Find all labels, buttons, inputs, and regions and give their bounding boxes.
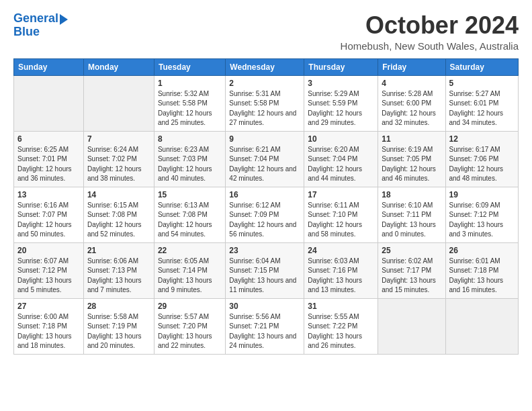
col-sunday: Sunday — [14, 58, 84, 75]
daylight-text: Daylight: 13 hours and 18 minutes. — [17, 332, 72, 350]
sunset-text: Sunset: 7:16 PM — [308, 267, 357, 274]
daylight-text: Daylight: 13 hours and 11 minutes. — [229, 277, 296, 294]
day-number: 24 — [308, 246, 374, 255]
sunset-text: Sunset: 7:12 PM — [449, 211, 499, 218]
title-block: October 2024 Homebush, New South Wales, … — [341, 12, 519, 52]
daylight-text: Daylight: 12 hours and 34 minutes. — [449, 109, 504, 127]
cell-info: Sunrise: 5:58 AM Sunset: 7:19 PM Dayligh… — [87, 312, 150, 351]
day-number: 19 — [449, 190, 515, 199]
calendar-cell: 21 Sunrise: 6:06 AM Sunset: 7:13 PM Dayl… — [83, 242, 154, 298]
calendar-cell: 18 Sunrise: 6:10 AM Sunset: 7:11 PM Dayl… — [378, 187, 445, 242]
cell-info: Sunrise: 6:20 AM Sunset: 7:04 PM Dayligh… — [308, 145, 374, 184]
main-title: October 2024 — [341, 12, 519, 39]
cell-info: Sunrise: 5:55 AM Sunset: 7:22 PM Dayligh… — [308, 312, 374, 351]
day-number: 1 — [158, 79, 222, 88]
cell-info: Sunrise: 6:16 AM Sunset: 7:07 PM Dayligh… — [17, 201, 80, 240]
sunset-text: Sunset: 7:22 PM — [308, 322, 357, 330]
day-number: 14 — [87, 190, 150, 199]
calendar-cell: 19 Sunrise: 6:09 AM Sunset: 7:12 PM Dayl… — [445, 187, 519, 242]
daylight-text: Daylight: 12 hours and 48 minutes. — [449, 165, 504, 183]
calendar-cell — [83, 75, 154, 131]
cell-info: Sunrise: 6:04 AM Sunset: 7:15 PM Dayligh… — [229, 257, 300, 295]
daylight-text: Daylight: 12 hours and 36 minutes. — [17, 165, 72, 183]
sunrise-text: Sunrise: 6:20 AM — [308, 146, 359, 153]
col-tuesday: Tuesday — [154, 58, 225, 75]
col-saturday: Saturday — [445, 58, 519, 75]
day-number: 3 — [308, 79, 374, 88]
sunrise-text: Sunrise: 6:04 AM — [229, 257, 280, 265]
day-number: 16 — [229, 190, 300, 199]
daylight-text: Daylight: 12 hours and 50 minutes. — [17, 221, 72, 238]
sunset-text: Sunset: 7:08 PM — [158, 211, 208, 218]
sunset-text: Sunset: 7:20 PM — [158, 322, 208, 330]
calendar-cell: 29 Sunrise: 5:57 AM Sunset: 7:20 PM Dayl… — [154, 298, 225, 354]
calendar-cell: 28 Sunrise: 5:58 AM Sunset: 7:19 PM Dayl… — [83, 298, 154, 354]
calendar-cell: 15 Sunrise: 6:13 AM Sunset: 7:08 PM Dayl… — [154, 187, 225, 242]
cell-info: Sunrise: 6:24 AM Sunset: 7:02 PM Dayligh… — [87, 145, 150, 184]
week-row-5: 27 Sunrise: 6:00 AM Sunset: 7:18 PM Dayl… — [14, 298, 519, 354]
daylight-text: Daylight: 13 hours and 15 minutes. — [382, 277, 436, 294]
sunrise-text: Sunrise: 5:56 AM — [229, 313, 280, 320]
sunrise-text: Sunrise: 5:58 AM — [87, 313, 138, 320]
calendar-cell: 11 Sunrise: 6:19 AM Sunset: 7:05 PM Dayl… — [378, 131, 445, 187]
sunset-text: Sunset: 6:00 PM — [382, 99, 431, 107]
sunset-text: Sunset: 7:02 PM — [87, 155, 137, 163]
calendar-cell: 13 Sunrise: 6:16 AM Sunset: 7:07 PM Dayl… — [14, 187, 84, 242]
day-number: 15 — [158, 190, 222, 199]
cell-info: Sunrise: 5:56 AM Sunset: 7:21 PM Dayligh… — [229, 312, 300, 351]
sunrise-text: Sunrise: 6:02 AM — [382, 257, 433, 265]
sunrise-text: Sunrise: 6:17 AM — [449, 146, 500, 153]
sunrise-text: Sunrise: 5:29 AM — [308, 90, 359, 97]
cell-info: Sunrise: 6:09 AM Sunset: 7:12 PM Dayligh… — [449, 201, 515, 240]
calendar-cell: 17 Sunrise: 6:11 AM Sunset: 7:10 PM Dayl… — [304, 187, 378, 242]
daylight-text: Daylight: 12 hours and 40 minutes. — [158, 165, 212, 183]
daylight-text: Daylight: 12 hours and 54 minutes. — [158, 221, 212, 238]
sunset-text: Sunset: 6:01 PM — [449, 99, 499, 107]
day-number: 9 — [229, 134, 300, 144]
sunrise-text: Sunrise: 6:24 AM — [87, 146, 138, 153]
daylight-text: Daylight: 13 hours and 16 minutes. — [449, 277, 504, 294]
sunset-text: Sunset: 7:05 PM — [382, 155, 431, 163]
day-number: 6 — [17, 134, 80, 144]
calendar-cell: 26 Sunrise: 6:01 AM Sunset: 7:18 PM Dayl… — [445, 242, 519, 298]
sunrise-text: Sunrise: 6:05 AM — [158, 257, 209, 265]
calendar-cell: 4 Sunrise: 5:28 AM Sunset: 6:00 PM Dayli… — [378, 75, 445, 131]
sunset-text: Sunset: 7:14 PM — [158, 267, 208, 274]
sunset-text: Sunset: 7:10 PM — [308, 211, 357, 218]
cell-info: Sunrise: 6:25 AM Sunset: 7:01 PM Dayligh… — [17, 145, 80, 184]
day-number: 20 — [17, 246, 80, 255]
sunrise-text: Sunrise: 6:25 AM — [17, 146, 69, 153]
sunrise-text: Sunrise: 5:27 AM — [449, 90, 500, 97]
cell-info: Sunrise: 6:01 AM Sunset: 7:18 PM Dayligh… — [449, 257, 515, 295]
daylight-text: Daylight: 12 hours and 42 minutes. — [229, 165, 296, 183]
sunrise-text: Sunrise: 6:19 AM — [382, 146, 433, 153]
calendar-cell: 14 Sunrise: 6:15 AM Sunset: 7:08 PM Dayl… — [83, 187, 154, 242]
col-monday: Monday — [83, 58, 154, 75]
day-number: 25 — [382, 246, 441, 255]
daylight-text: Daylight: 13 hours and 22 minutes. — [158, 332, 212, 350]
sunrise-text: Sunrise: 6:10 AM — [382, 201, 433, 209]
sunset-text: Sunset: 7:03 PM — [158, 155, 208, 163]
sunset-text: Sunset: 7:12 PM — [17, 267, 67, 274]
calendar-cell: 3 Sunrise: 5:29 AM Sunset: 5:59 PM Dayli… — [304, 75, 378, 131]
cell-info: Sunrise: 6:00 AM Sunset: 7:18 PM Dayligh… — [17, 312, 80, 351]
calendar-cell: 23 Sunrise: 6:04 AM Sunset: 7:15 PM Dayl… — [226, 242, 304, 298]
day-number: 23 — [229, 246, 300, 255]
daylight-text: Daylight: 13 hours and 24 minutes. — [229, 332, 296, 350]
daylight-text: Daylight: 12 hours and 27 minutes. — [229, 109, 296, 127]
calendar-cell: 8 Sunrise: 6:23 AM Sunset: 7:03 PM Dayli… — [154, 131, 225, 187]
week-row-4: 20 Sunrise: 6:07 AM Sunset: 7:12 PM Dayl… — [14, 242, 519, 298]
logo: General Blue — [13, 12, 68, 39]
cell-info: Sunrise: 6:12 AM Sunset: 7:09 PM Dayligh… — [229, 201, 300, 240]
calendar-cell: 16 Sunrise: 6:12 AM Sunset: 7:09 PM Dayl… — [226, 187, 304, 242]
daylight-text: Daylight: 13 hours and 26 minutes. — [308, 332, 362, 350]
day-number: 11 — [382, 134, 441, 144]
sunset-text: Sunset: 7:15 PM — [229, 267, 279, 274]
sunset-text: Sunset: 7:08 PM — [87, 211, 137, 218]
header-row: Sunday Monday Tuesday Wednesday Thursday… — [14, 58, 519, 75]
cell-info: Sunrise: 6:02 AM Sunset: 7:17 PM Dayligh… — [382, 257, 441, 295]
day-number: 17 — [308, 190, 374, 199]
day-number: 12 — [449, 134, 515, 144]
daylight-text: Daylight: 12 hours and 44 minutes. — [308, 165, 362, 183]
day-number: 18 — [382, 190, 441, 199]
